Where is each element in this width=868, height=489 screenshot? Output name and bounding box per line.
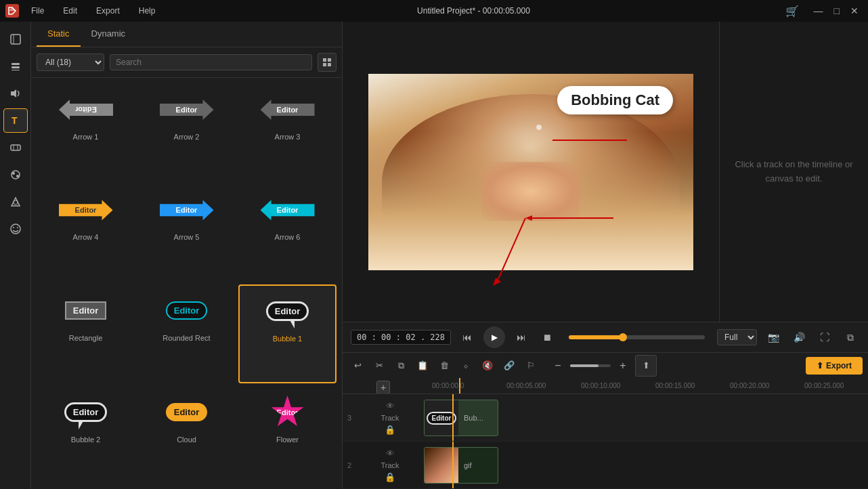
sticker-cloud[interactable]: Editor Cloud [137, 386, 236, 484]
timeline-zoom-slider[interactable] [570, 364, 611, 367]
track-row-3: 3 👁 Track 🔒 Editor [343, 394, 868, 442]
svg-point-14 [13, 227, 14, 228]
volume-button[interactable]: 🔊 [789, 328, 808, 347]
minimize-button[interactable]: — [810, 4, 827, 18]
zoom-in-button[interactable]: + [613, 356, 632, 375]
sidebar-filter-icon[interactable] [3, 163, 28, 187]
sticker-flower-label: Flower [276, 435, 299, 444]
menu-file[interactable]: File [24, 5, 51, 17]
tool-delete[interactable]: 🗑 [435, 356, 454, 375]
export-button[interactable]: ⬆ Export [806, 357, 863, 375]
tool-split[interactable]: ⬦ [456, 356, 475, 375]
sticker-arrow5[interactable]: Editor Arrow 5 [137, 184, 236, 281]
track-lock-icon-2[interactable]: 🔒 [385, 472, 395, 482]
sticker-arrow3[interactable]: Editor Arrow 3 [238, 83, 337, 181]
track-number-2: 2 [343, 461, 356, 469]
timeline: + 00:00:00.0 00:00:05.000 00:00:10.000 0… [343, 378, 868, 489]
sticker-arrow6[interactable]: Editor Arrow 6 [238, 184, 337, 281]
sticker-arrow3-label: Arrow 3 [275, 133, 301, 141]
close-button[interactable]: ✕ [846, 4, 863, 18]
svg-rect-19 [328, 63, 331, 66]
tool-copy[interactable]: ⧉ [391, 356, 410, 375]
tab-static[interactable]: Static [37, 22, 81, 47]
playback-bar: 00 : 00 : 02 . 228 ⏮ ▶ ⏭ ⏹ Full 50% 75% … [343, 322, 868, 352]
sticker-arrow4[interactable]: Editor Arrow 4 [37, 184, 135, 281]
menu-edit[interactable]: Edit [56, 5, 84, 17]
sticker-bubble1-label: Bubble 1 [273, 335, 302, 343]
sticker-arrow6-label: Arrow 6 [275, 233, 301, 241]
panel-tabs: Static Dynamic [31, 22, 342, 47]
track-row-2: 2 👁 Track 🔒 [343, 442, 868, 489]
timeline-tracks: 3 👁 Track 🔒 Editor [343, 394, 868, 489]
svg-rect-6 [11, 145, 20, 150]
sidebar-text-icon[interactable]: T [3, 108, 28, 133]
tool-detach[interactable]: 🔗 [500, 356, 519, 375]
sidebar-overlay-icon[interactable] [3, 190, 28, 214]
sidebar-audio-icon[interactable] [3, 81, 28, 106]
fullscreen-button[interactable]: ⛶ [815, 328, 834, 347]
sticker-flower[interactable]: Editor Flower [238, 386, 337, 484]
video-dot [536, 125, 542, 130]
tool-mute[interactable]: 🔇 [478, 356, 497, 375]
next-frame-button[interactable]: ⏭ [512, 328, 531, 347]
maximize-button[interactable]: □ [830, 4, 844, 18]
track-visibility-icon-2[interactable]: 👁 [386, 448, 395, 459]
search-input[interactable] [110, 54, 312, 70]
track-lock-icon-3[interactable]: 🔒 [385, 425, 395, 435]
sticker-arrow4-label: Arrow 4 [73, 233, 99, 241]
svg-point-10 [12, 172, 15, 175]
tool-paste[interactable]: 📋 [413, 356, 432, 375]
sticker-arrow2[interactable]: Editor Arrow 2 [137, 83, 236, 181]
sticker-rounded-rect[interactable]: Editor Rounded Rect [137, 284, 236, 383]
undo-button[interactable]: ↩ [348, 356, 367, 375]
track-visibility-icon-3[interactable]: 👁 [386, 401, 395, 411]
play-button[interactable]: ▶ [483, 326, 505, 348]
clip-gif[interactable]: gif [424, 447, 498, 484]
panel: Static Dynamic All (18) [31, 22, 343, 489]
svg-text:T: T [12, 115, 18, 126]
tool-cut[interactable]: ✂ [370, 356, 389, 375]
sticker-rectangle-label: Rectangle [69, 334, 103, 342]
track-content-3: Editor Bub... [424, 394, 868, 441]
cart-icon[interactable]: 🛒 [785, 5, 799, 18]
playhead-ruler [459, 378, 460, 394]
snapshot-button[interactable]: 📷 [764, 328, 783, 347]
pip-button[interactable]: ⧉ [841, 328, 860, 347]
stop-button[interactable]: ⏹ [538, 328, 557, 347]
main-area: T [0, 22, 868, 489]
edit-hint-text: Click a track on the timeline or canvas … [720, 144, 868, 200]
canvas-container[interactable]: Bobbing Cat [343, 22, 719, 322]
sticker-arrow5-label: Arrow 5 [174, 233, 200, 241]
sticker-bubble2-label: Bubble 2 [71, 435, 100, 444]
progress-bar[interactable] [569, 335, 705, 339]
track-info-3: 👁 Track 🔒 [356, 401, 424, 435]
zoom-select[interactable]: Full 50% 75% [717, 329, 757, 345]
svg-point-15 [17, 227, 18, 228]
sticker-bubble2[interactable]: Editor Bubble 2 [37, 386, 135, 484]
sidebar-home-icon[interactable] [3, 27, 28, 51]
sidebar-effects-icon[interactable] [3, 135, 28, 160]
clip-bubble1[interactable]: Editor Bub... [424, 400, 498, 436]
sticker-rounded-rect-label: Rounded Rect [162, 334, 210, 342]
grid-toggle-button[interactable] [318, 53, 337, 72]
share-button[interactable]: ⬆ [635, 355, 657, 377]
window-title: Untitled Project* - 00:00:05.000 [162, 6, 785, 16]
tab-dynamic[interactable]: Dynamic [81, 22, 137, 47]
svg-point-11 [16, 175, 19, 177]
add-track-button[interactable]: + [376, 381, 390, 394]
menu-export[interactable]: Export [89, 5, 127, 17]
video-preview: Bobbing Cat [368, 74, 693, 270]
sidebar-sticker-icon[interactable] [3, 217, 28, 241]
prev-frame-button[interactable]: ⏮ [458, 328, 477, 347]
sticker-arrow1[interactable]: Editor Arrow 1 [37, 83, 135, 181]
svg-rect-16 [323, 58, 326, 62]
sticker-bubble1[interactable]: Editor Bubble 1 [238, 284, 337, 383]
timeline-ruler: + 00:00:00.0 00:00:05.000 00:00:10.000 0… [343, 378, 868, 394]
sticker-rectangle[interactable]: Editor Rectangle [37, 284, 135, 383]
zoom-out-button[interactable]: − [548, 356, 567, 375]
time-display: 00 : 00 : 02 . 228 [351, 330, 451, 345]
menu-help[interactable]: Help [132, 5, 162, 17]
tool-marker[interactable]: ⚐ [521, 356, 540, 375]
sidebar-layers-icon[interactable] [3, 54, 28, 79]
filter-select[interactable]: All (18) [37, 54, 104, 71]
